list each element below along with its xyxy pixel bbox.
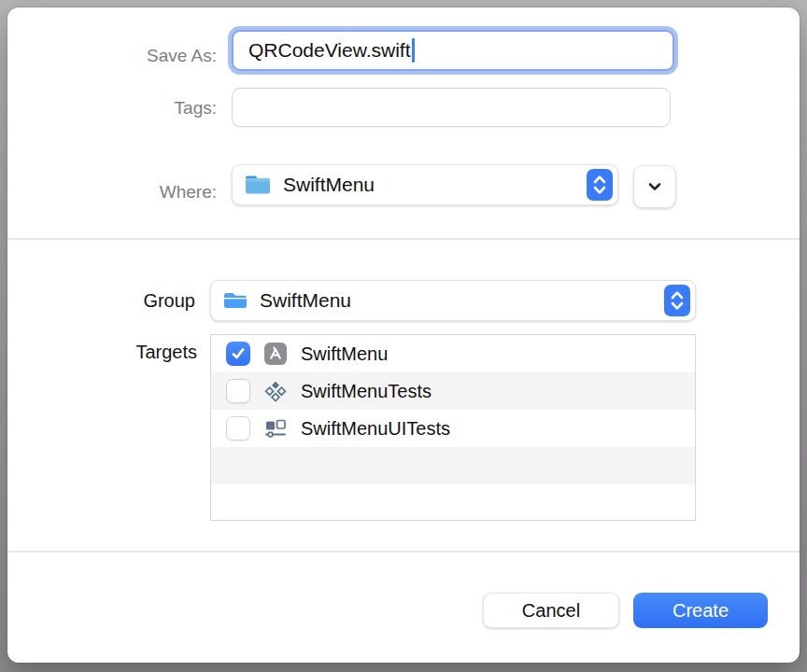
tags-label: Tags: bbox=[7, 98, 217, 119]
where-label: Where: bbox=[7, 182, 217, 203]
chevron-down-icon bbox=[644, 176, 665, 197]
targets-table: SwiftMenu SwiftMenuTests SwiftMenuUITest… bbox=[210, 334, 696, 521]
cancel-button[interactable]: Cancel bbox=[483, 593, 619, 628]
checkbox-checked[interactable] bbox=[226, 342, 250, 366]
table-row-empty bbox=[211, 447, 695, 484]
table-row[interactable]: SwiftMenu bbox=[211, 335, 695, 372]
folder-icon bbox=[244, 174, 272, 196]
section-divider bbox=[7, 238, 800, 240]
save-as-input[interactable]: QRCodeView.swift bbox=[232, 30, 674, 71]
where-popup-value: SwiftMenu bbox=[283, 174, 375, 196]
save-file-dialog: Save As: QRCodeView.swift Tags: Where: S… bbox=[7, 7, 800, 663]
checkmark-icon bbox=[230, 345, 247, 362]
tags-input[interactable] bbox=[232, 88, 671, 127]
checkbox-unchecked[interactable] bbox=[226, 416, 250, 441]
text-caret bbox=[412, 38, 415, 63]
checkbox-unchecked[interactable] bbox=[226, 379, 250, 403]
target-name: SwiftMenuTests bbox=[301, 381, 432, 402]
save-as-label: Save As: bbox=[7, 46, 217, 66]
targets-label: Targets bbox=[7, 342, 197, 363]
up-down-chevrons-icon bbox=[587, 169, 613, 201]
save-as-value: QRCodeView.swift bbox=[248, 39, 411, 62]
group-popup-button[interactable]: SwiftMenu bbox=[210, 280, 696, 321]
expand-dialog-button[interactable] bbox=[633, 165, 676, 208]
group-label: Group bbox=[7, 290, 195, 312]
target-name: SwiftMenu bbox=[301, 343, 388, 365]
ui-tests-icon bbox=[263, 416, 288, 441]
folder-icon bbox=[222, 289, 248, 312]
table-row-empty bbox=[211, 484, 695, 522]
create-button[interactable]: Create bbox=[633, 593, 768, 628]
app-target-icon bbox=[263, 342, 288, 366]
where-popup-button[interactable]: SwiftMenu bbox=[232, 164, 618, 205]
table-row[interactable]: SwiftMenuUITests bbox=[211, 410, 695, 447]
target-name: SwiftMenuUITests bbox=[301, 418, 450, 440]
unit-tests-icon bbox=[263, 379, 288, 403]
group-popup-value: SwiftMenu bbox=[260, 289, 351, 312]
section-divider bbox=[7, 551, 800, 553]
table-row[interactable]: SwiftMenuTests bbox=[211, 372, 695, 410]
up-down-chevrons-icon bbox=[664, 285, 690, 316]
